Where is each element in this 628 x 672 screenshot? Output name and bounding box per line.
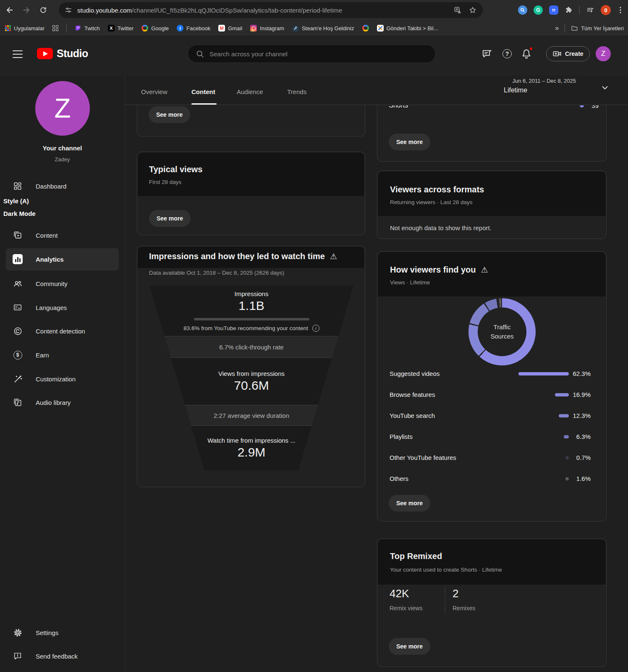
blue-extension-icon[interactable] (549, 5, 558, 15)
bookmark-google[interactable]: Google (141, 25, 169, 32)
bookmark-gonderi-takibi[interactable]: Gönderi Takibi > Bil... (377, 25, 438, 32)
traffic-sources-donut-chart[interactable]: Traffic Sources (468, 298, 536, 365)
bookmarks-overflow-chevron[interactable]: » (555, 24, 559, 32)
sidebar-item-label: Analytics (36, 256, 64, 263)
traffic-percent: 16.9% (565, 391, 591, 398)
notification-dot (529, 47, 533, 51)
google-icon (141, 25, 148, 32)
bookmark-label: Gönderi Takibi > Bil... (387, 25, 438, 32)
funnel-stage-ctr[interactable]: 6.7% click-through rate (149, 336, 353, 358)
tab-trends[interactable]: Trends (287, 88, 306, 95)
forward-button[interactable] (19, 3, 34, 17)
traffic-label: YouTube search (390, 412, 435, 419)
period-label[interactable]: Lifetime (504, 87, 527, 94)
sidebar-item-label: Languages (36, 304, 67, 311)
languages-icon (13, 302, 23, 312)
search-extension-icon[interactable] (518, 5, 527, 15)
bookmark-twitch[interactable]: Twitch (75, 25, 100, 32)
traffic-row-others[interactable]: Others 1.6% (390, 475, 591, 483)
help-button[interactable]: ? (501, 48, 513, 60)
bookmark-apps[interactable]: Uygulamalar (5, 25, 44, 32)
see-more-button[interactable]: See more (389, 638, 430, 655)
date-range-chevron-down-icon[interactable] (600, 83, 610, 92)
card-title: Impressions and how they led to watch ti… (149, 252, 337, 261)
sidebar-item-audio-library[interactable]: Audio library (0, 391, 125, 413)
bookmark-google-2[interactable] (362, 25, 369, 32)
reload-button[interactable] (36, 3, 50, 17)
url-bar[interactable]: studio.youtube.com/channel/UC_fI5zBk2hLq… (59, 2, 483, 18)
notifications-button[interactable] (521, 48, 532, 60)
create-button[interactable]: Create (546, 46, 590, 61)
channel-avatar[interactable]: Z (35, 81, 90, 136)
bookmark-twitter[interactable]: X Twitter (108, 25, 133, 32)
card-header-block (378, 539, 606, 585)
sidebar-item-label: Content (36, 232, 58, 239)
traffic-row-youtube-search[interactable]: YouTube search 12.3% (390, 412, 591, 420)
traffic-row-browse-features[interactable]: Browse features 16.9% (390, 391, 591, 399)
feedback-button[interactable] (481, 48, 493, 60)
see-more-button[interactable]: See more (389, 495, 430, 512)
sidebar-item-label: Community (36, 280, 68, 287)
sidebar-item-send-feedback[interactable]: Send feedback (0, 645, 125, 667)
funnel-stage-impressions[interactable]: Impressions 1.1B 83.6% from YouTube reco… (149, 286, 353, 336)
browser-menu-kebab-icon[interactable] (617, 6, 624, 14)
bookmark-label: Instagram (260, 25, 284, 32)
see-more-button[interactable]: See more (149, 106, 190, 123)
account-avatar[interactable]: Z (596, 46, 611, 61)
studio-logo[interactable]: Studio (37, 47, 88, 60)
bookmark-star-icon[interactable] (468, 6, 477, 14)
profile-badge[interactable]: 0 (601, 5, 611, 15)
bookmark-gmail[interactable]: M Gmail (218, 25, 242, 32)
sidebar-item-languages[interactable]: Languages (0, 297, 125, 318)
sidebar-item-earn[interactable]: $ Earn (0, 344, 125, 366)
sidebar-item-community[interactable]: Community (0, 273, 125, 294)
sidebar-item-label: Audio library (36, 399, 71, 406)
customization-wand-icon (13, 374, 23, 384)
bookmark-label: Google (151, 25, 169, 32)
traffic-row-playlists[interactable]: Playlists 6.3% (390, 433, 591, 441)
bookmark-grid[interactable] (52, 25, 58, 31)
bookmark-instagram[interactable]: Instagram (250, 25, 284, 32)
media-playlist-icon[interactable] (586, 6, 594, 14)
bookmark-all-folder[interactable]: Tüm Yer İşaretleri (571, 25, 624, 32)
gmail-icon: M (218, 25, 225, 32)
channel-name: Zadey (0, 156, 125, 163)
back-button[interactable] (3, 3, 17, 17)
tab-content[interactable]: Content (191, 88, 215, 95)
donut-center-line2: Sources (490, 332, 513, 341)
sidebar-item-label: Dashboard (36, 183, 66, 190)
community-icon (13, 278, 23, 289)
traffic-row-other-youtube-features[interactable]: Other YouTube features 0.7% (390, 454, 591, 462)
sidebar-item-content-detection[interactable]: Content detection (0, 320, 125, 342)
bookmark-facebook[interactable]: f Facebook (177, 25, 210, 32)
sidebar-item-label: Settings (36, 629, 58, 636)
sidebar-item-analytics[interactable]: Analytics (0, 248, 125, 270)
sidebar-item-settings[interactable]: Settings (0, 622, 125, 643)
see-more-button[interactable]: See more (389, 134, 430, 150)
grammarly-extension-icon[interactable]: G (534, 5, 543, 15)
traffic-row-suggested-videos[interactable]: Suggested videos 62.3% (390, 370, 591, 378)
bookmark-steam[interactable]: Steam'e Hoş Geldiniz (292, 25, 354, 32)
twitch-icon (75, 25, 81, 32)
info-icon[interactable]: i (312, 325, 319, 332)
tab-audience[interactable]: Audience (237, 88, 263, 95)
search-input[interactable]: Search across your channel (188, 45, 436, 63)
sidebar-item-customization[interactable]: Customization (0, 368, 125, 390)
url-path: /channel/UC_fI5zBk2hLqQJlOciDSpSw/analyt… (132, 7, 342, 14)
card-title-text: Impressions and how they led to watch ti… (149, 252, 325, 261)
sidebar-item-content[interactable]: Content (0, 224, 125, 246)
funnel-stage-label: Views from impressions (218, 370, 285, 377)
extensions-puzzle-icon[interactable] (565, 6, 573, 14)
card-title-text: How viewers find you (390, 265, 476, 275)
traffic-percent: 6.3% (565, 433, 591, 440)
tab-overview[interactable]: Overview (141, 88, 167, 95)
shorts-row-value: 39 (591, 105, 599, 109)
translate-icon[interactable] (454, 6, 462, 14)
menu-hamburger-icon[interactable] (13, 50, 23, 58)
card-title: Top Remixed (390, 551, 442, 561)
see-more-button[interactable]: See more (149, 210, 191, 227)
grid-icon (52, 25, 58, 31)
recommendation-progress-track (194, 318, 309, 320)
sidebar-item-dashboard[interactable]: Dashboard (0, 175, 125, 197)
recommendation-caption: 83.6% from YouTube recommending your con… (183, 325, 319, 332)
